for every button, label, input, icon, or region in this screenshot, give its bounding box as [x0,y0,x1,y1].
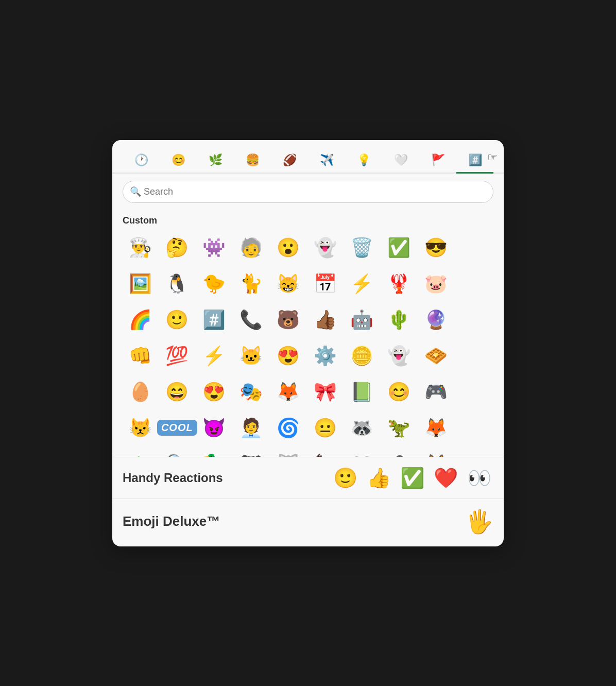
tab-recent[interactable]: 🕐 [123,148,160,174]
emoji-white-cat[interactable]: 🐺 [270,447,305,457]
tab-symbols[interactable]: 🤍 [382,148,419,174]
emoji-bitcoin[interactable]: 🪙 [345,338,380,373]
tab-flags[interactable]: 🚩 [419,148,456,174]
emoji-pikachu[interactable]: ⚡ [345,266,380,301]
deluxe-emoji-hand[interactable]: 🖐️ [465,508,493,535]
tab-objects[interactable]: 💡 [345,148,382,174]
emoji-empty6 [455,410,490,445]
emoji-heart-eyes[interactable]: 😍 [270,338,305,373]
emoji-thumbsup-dark[interactable]: 👍🏾 [307,302,343,337]
emoji-deluxe-section: Emoji Deluxe™ 🖐️ [112,499,504,546]
emoji-ball-face[interactable]: 🔮 [418,302,453,337]
emoji-devil[interactable]: 😈 [197,410,232,445]
emoji-ghost[interactable]: 👻 [382,338,417,373]
search-input[interactable] [123,181,493,203]
emoji-bb8[interactable]: ⚙️ [307,338,343,373]
handy-emoji-thumbsup[interactable]: 👍 [365,465,393,491]
emoji-punch[interactable]: 👊 [123,338,158,373]
emoji-game[interactable]: 🎮 [418,374,453,409]
emoji-cat2[interactable]: 🐱 [233,338,268,373]
emoji-hashtag[interactable]: #️⃣ [197,302,232,337]
emoji-hello-kitty[interactable]: 🎀 [307,374,343,409]
emoji-empty1 [455,230,490,265]
emoji-search-face[interactable]: 🔍 [160,447,195,457]
handy-reactions-title: Handy Reactions [123,471,326,485]
emoji-bulbasaur[interactable]: 🐲 [123,447,158,457]
emoji-slides[interactable]: 📗 [345,374,380,409]
cursor-icon: ☞ [487,151,498,164]
emoji-lightning[interactable]: ⚡ [197,338,232,373]
emoji-lobster[interactable]: 🦞 [382,266,417,301]
emoji-phone[interactable]: 📞 [233,302,268,337]
emoji-thinking[interactable]: 🤔 [160,230,195,265]
emoji-raptor[interactable]: 🦖 [382,410,417,445]
emoji-tweety[interactable]: 🐤 [197,266,232,301]
handy-emoji-eyes[interactable]: 👀 [465,465,493,491]
emoji-fox-cat[interactable]: 🦊 [270,374,305,409]
emoji-egg[interactable]: 🥚 [123,374,158,409]
emoji-bear[interactable]: 🐻 [270,302,305,337]
emoji-duck[interactable]: 🦆 [197,447,232,457]
tab-custom[interactable]: #️⃣ ☞ [456,148,493,174]
category-tabs: 🕐 😊 🌿 🍔 🏈 ✈️ 💡 🤍 🚩 #️⃣ ☞ [112,140,504,174]
emoji-c3po[interactable]: 🤖 [345,302,380,337]
tab-nature[interactable]: 🌿 [197,148,234,174]
cool-text: COOL [157,420,197,436]
emoji-picker: 🕐 😊 🌿 🍔 🏈 ✈️ 💡 🤍 🚩 #️⃣ ☞ 🔍 Custom 👨‍🍳 🤔 … [112,140,504,546]
emoji-owl[interactable]: 🦅 [307,447,343,457]
emoji-pig[interactable]: 🐷 [418,266,453,301]
emoji-1000[interactable]: 💯 [160,338,195,373]
custom-section: Custom 👨‍🍳 🤔 👾 🧓 😮 👻 🗑️ ✅ 😎 🖼️ 🐧 🐤 🐈 😸 📅… [112,210,504,457]
emoji-heart-eyes2[interactable]: 😍 [197,374,232,409]
emoji-smiley-face[interactable]: 😊 [382,374,417,409]
emoji-verified[interactable]: ✅ [382,230,417,265]
emoji-spiderman[interactable]: 🕷️ [382,447,417,457]
emoji-rainbow[interactable]: 🌈 [123,302,158,337]
emoji-portrait[interactable]: 🖼️ [123,266,158,301]
emoji-old-man[interactable]: 🧓 [233,230,268,265]
emoji-cheshire[interactable]: 😸 [270,266,305,301]
emoji-grid: 👨‍🍳 🤔 👾 🧓 😮 👻 🗑️ ✅ 😎 🖼️ 🐧 🐤 🐈 😸 📅 ⚡ 🦞 🐷 … [123,230,493,457]
tab-travel[interactable]: ✈️ [308,148,345,174]
handy-emoji-check[interactable]: ✅ [398,465,426,491]
emoji-cat-tie[interactable]: 🐈 [233,266,268,301]
search-icon: 🔍 [130,186,141,197]
handy-emoji-heart[interactable]: ❤️ [432,465,460,491]
emoji-squirrel[interactable]: 🦊 [418,447,453,457]
handy-reactions-section: Handy Reactions 🙂 👍 ✅ ❤️ 👀 [112,457,504,499]
emoji-grumpy-cat[interactable]: 😾 [123,410,158,445]
emoji-raccoon[interactable]: 🦝 [345,410,380,445]
search-wrapper: 🔍 [123,181,493,203]
emoji-cactus[interactable]: 🌵 [382,302,417,337]
emoji-cool-badge[interactable]: COOL [160,410,195,445]
emoji-smile[interactable]: 🙂 [160,302,195,337]
emoji-bart[interactable]: 🎭 [233,374,268,409]
tab-food[interactable]: 🍔 [234,148,271,174]
emoji-surprised[interactable]: 😮 [270,230,305,265]
emoji-calendar[interactable]: 📅 [307,266,343,301]
emoji-deluxe-title: Emoji Deluxe™ [123,513,465,529]
emoji-penguin[interactable]: 🐧 [160,266,195,301]
custom-section-title: Custom [123,210,493,230]
emoji-swirl[interactable]: 🌀 [270,410,305,445]
handy-emoji-smile[interactable]: 🙂 [331,465,360,491]
emoji-mr-burns[interactable]: 🧑‍💼 [233,410,268,445]
tab-smileys[interactable]: 😊 [160,148,197,174]
emoji-alien-pink[interactable]: 👾 [197,230,232,265]
emoji-empty3 [455,302,490,337]
emoji-unamused[interactable]: 😐 [307,410,343,445]
emoji-empty5 [455,374,490,409]
emoji-trash[interactable]: 🗑️ [345,230,380,265]
emoji-waffle[interactable]: 🧇 [418,338,453,373]
emoji-cool-sunglass[interactable]: 😎 [418,230,453,265]
emoji-empty4 [455,338,490,373]
emoji-empty7 [455,447,490,457]
emoji-fox[interactable]: 🦊 [418,410,453,445]
tab-activity[interactable]: 🏈 [271,148,308,174]
emoji-chef[interactable]: 👨‍🍳 [123,230,158,265]
emoji-panda[interactable]: 🐼 [233,447,268,457]
search-bar: 🔍 [112,174,504,210]
emoji-homer[interactable]: 😄 [160,374,195,409]
emoji-peek-eyes[interactable]: 👀 [345,447,380,457]
emoji-ghostbusters[interactable]: 👻 [307,230,343,265]
